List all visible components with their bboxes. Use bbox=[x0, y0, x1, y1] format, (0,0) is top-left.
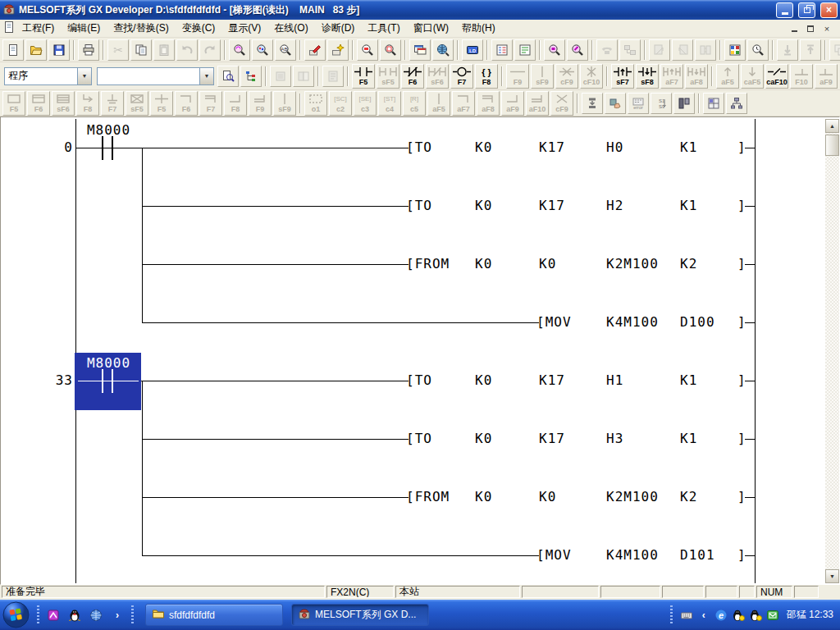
data-type-combo[interactable]: 程序 ▼ bbox=[4, 67, 92, 85]
ladder-instruction-arg[interactable]: K17 bbox=[539, 139, 565, 156]
find-device-use-button[interactable] bbox=[567, 39, 588, 61]
ladder-instruction-op[interactable]: [TO bbox=[406, 372, 432, 389]
device-batch-button[interactable] bbox=[327, 39, 349, 61]
scroll-down-button[interactable]: ▼ bbox=[825, 569, 839, 583]
step-no-sort-button[interactable]: S1S9 bbox=[651, 93, 672, 114]
tray-qq-2-icon[interactable] bbox=[748, 608, 763, 623]
ladder-instruction-end[interactable]: ] bbox=[737, 256, 746, 272]
project-verify-button[interactable] bbox=[432, 39, 454, 61]
open-contact-button[interactable]: F5 bbox=[352, 64, 375, 89]
ladder-instruction-arg[interactable]: K4M100 bbox=[606, 547, 659, 564]
menu-item-1[interactable]: 编辑(E) bbox=[61, 19, 107, 38]
ladder-instruction-op[interactable]: [FROM bbox=[406, 256, 450, 272]
project-data-list-button[interactable] bbox=[240, 66, 262, 87]
ladder-instruction-op[interactable]: [TO bbox=[406, 139, 432, 156]
ladder-instruction-op[interactable]: [MOV bbox=[536, 314, 572, 331]
find-replace-device-button[interactable] bbox=[357, 39, 378, 61]
comment-edit-button[interactable] bbox=[217, 66, 239, 87]
ladder-logic-test-button[interactable]: LD bbox=[462, 39, 483, 61]
menu-item-8[interactable]: 窗口(W) bbox=[407, 19, 455, 38]
coil-button[interactable]: F7 bbox=[450, 64, 473, 89]
chevron-down-icon[interactable]: ▼ bbox=[199, 68, 213, 84]
tray-keyboard-icon[interactable] bbox=[679, 608, 694, 623]
taskbar-item-gx-developer[interactable]: MELSOFT系列 GX D... bbox=[291, 604, 429, 626]
block-transfer-button[interactable] bbox=[605, 93, 626, 114]
block-list-button[interactable] bbox=[673, 93, 695, 114]
mdi-close-button[interactable]: × bbox=[821, 23, 833, 34]
sort-display-button[interactable] bbox=[726, 93, 747, 114]
ladder-instruction-arg[interactable]: K4M100 bbox=[606, 314, 659, 331]
ladder-instruction-arg[interactable]: D100 bbox=[680, 314, 715, 331]
mdi-restore-button[interactable] bbox=[805, 23, 816, 34]
ladder-instruction-op[interactable]: [FROM bbox=[406, 489, 450, 505]
invert-result-button[interactable]: caF10 bbox=[765, 64, 788, 89]
chevron-down-icon[interactable]: ▼ bbox=[77, 68, 91, 84]
ladder-instruction-arg[interactable]: K2M100 bbox=[606, 489, 659, 505]
ladder-contact-label[interactable]: M8000 bbox=[75, 122, 142, 139]
ladder-instruction-arg[interactable]: K17 bbox=[539, 198, 565, 214]
taskbar-item-folder[interactable]: sfdfdfdfdfd bbox=[145, 604, 283, 626]
screen-color-setting-button[interactable] bbox=[409, 39, 431, 61]
menu-item-3[interactable]: 变换(C) bbox=[176, 19, 222, 38]
find-replace-instruction-button[interactable] bbox=[380, 39, 401, 61]
comment-display-button[interactable] bbox=[491, 39, 513, 61]
ladder-instruction-arg[interactable]: H0 bbox=[606, 139, 623, 156]
ladder-instruction-arg[interactable]: K0 bbox=[475, 139, 492, 156]
menu-item-0[interactable]: 工程(F) bbox=[16, 19, 61, 38]
tray-collapse-icon[interactable]: ‹ bbox=[696, 608, 711, 623]
statement-display-button[interactable] bbox=[514, 39, 536, 61]
ladder-contact-label[interactable]: M8000 bbox=[75, 355, 142, 372]
quicklaunch-qq-icon[interactable] bbox=[66, 606, 84, 624]
ladder-instruction-arg[interactable]: K0 bbox=[475, 372, 492, 389]
start-button[interactable] bbox=[2, 601, 30, 628]
tray-ie-icon[interactable]: e bbox=[714, 608, 728, 623]
ladder-instruction-arg[interactable]: K0 bbox=[475, 256, 492, 272]
ladder-instruction-arg[interactable]: K2M100 bbox=[606, 256, 659, 272]
quicklaunch-app-icon[interactable] bbox=[44, 606, 62, 624]
vertical-scrollbar[interactable]: ▲ ▼ bbox=[825, 119, 839, 583]
find-contact-coil-button[interactable] bbox=[544, 39, 565, 61]
ladder-instruction-arg[interactable]: K17 bbox=[539, 372, 565, 389]
close-button[interactable]: × bbox=[820, 2, 838, 18]
find-string-button[interactable]: AB bbox=[275, 39, 296, 61]
quicklaunch-browser-icon[interactable] bbox=[87, 606, 105, 624]
block-display-button[interactable] bbox=[703, 93, 724, 114]
error-jump-button[interactable]: error bbox=[628, 93, 649, 114]
scrollbar-thumb[interactable] bbox=[825, 135, 839, 156]
minimize-button[interactable] bbox=[776, 2, 793, 18]
quicklaunch-expand-icon[interactable]: › bbox=[108, 606, 126, 624]
step-transition-button[interactable] bbox=[582, 93, 603, 114]
new-project-button[interactable] bbox=[2, 39, 24, 61]
tray-messenger-icon[interactable] bbox=[765, 608, 780, 623]
ladder-instruction-end[interactable]: ] bbox=[737, 431, 746, 447]
ladder-instruction-end[interactable]: ] bbox=[737, 372, 746, 389]
ladder-instruction-arg[interactable]: K2 bbox=[680, 256, 697, 272]
ladder-instruction-arg[interactable]: H1 bbox=[606, 372, 623, 389]
quicklaunch-handle[interactable] bbox=[37, 605, 39, 625]
open-project-button[interactable] bbox=[25, 39, 47, 61]
menu-item-2[interactable]: 查找/替换(S) bbox=[107, 19, 175, 38]
ladder-instruction-arg[interactable]: K2 bbox=[680, 489, 697, 505]
menu-item-5[interactable]: 在线(O) bbox=[267, 19, 314, 38]
step-number[interactable]: 0 bbox=[34, 139, 73, 156]
ladder-instruction-arg[interactable]: K0 bbox=[475, 431, 492, 447]
restore-button[interactable] bbox=[798, 2, 815, 18]
application-instruction-button[interactable]: { }F8 bbox=[475, 64, 498, 89]
copy-button[interactable] bbox=[130, 39, 152, 61]
ladder-instruction-op[interactable]: [MOV bbox=[536, 547, 572, 564]
ladder-instruction-arg[interactable]: K1 bbox=[680, 139, 697, 156]
close-contact-button[interactable]: F6 bbox=[401, 64, 424, 89]
ladder-instruction-arg[interactable]: K1 bbox=[680, 431, 697, 447]
entry-data-monitor-button[interactable] bbox=[747, 39, 769, 61]
save-project-button[interactable] bbox=[48, 39, 70, 61]
pulse-up-contact-button[interactable]: sF7 bbox=[611, 64, 634, 89]
ladder-instruction-arg[interactable]: K1 bbox=[680, 372, 697, 389]
ladder-instruction-end[interactable]: ] bbox=[737, 489, 746, 505]
scroll-up-button[interactable]: ▲ bbox=[825, 119, 839, 133]
device-combo[interactable]: ▼ bbox=[97, 67, 214, 85]
ladder-instruction-arg[interactable]: D101 bbox=[680, 547, 715, 564]
ladder-instruction-end[interactable]: ] bbox=[737, 547, 746, 564]
print-button[interactable] bbox=[78, 39, 99, 61]
ladder-instruction-arg[interactable]: K0 bbox=[475, 489, 492, 505]
ladder-instruction-end[interactable]: ] bbox=[737, 314, 746, 331]
